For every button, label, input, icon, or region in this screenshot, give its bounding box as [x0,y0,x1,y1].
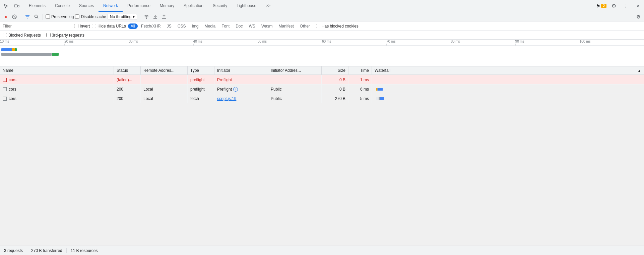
main-content: ● Preserve log [0,12,644,255]
th-remote[interactable]: Remote Addres... [141,66,188,74]
hide-data-urls-label[interactable]: Hide data URLs [92,24,126,29]
th-initiator[interactable]: Initiator [214,66,268,74]
td-waterfall-3 [372,94,644,103]
td-name-2: cors [0,85,114,94]
invert-checkbox[interactable] [74,24,78,28]
table-wrapper[interactable]: Name Status Remote Addres... Type Initia… [0,66,644,246]
ruler-tick-3: 40 ms [193,40,202,46]
svg-line-8 [37,17,38,19]
tab-network[interactable]: Network [99,0,123,12]
th-status[interactable]: Status [114,66,141,74]
th-name[interactable]: Name [0,66,114,74]
td-type-2: preflight [188,85,214,94]
th-size[interactable]: Size [322,66,348,74]
td-initiator-1: Preflight [214,75,268,84]
throttle-select[interactable]: No throttling ▾ [108,14,137,20]
filter-button[interactable] [24,13,31,20]
tab-more[interactable]: >> [261,0,275,12]
resources-size: 11 B resources [71,248,98,253]
tab-sources[interactable]: Sources [74,0,99,12]
timeline-ruler: 10 ms20 ms30 ms40 ms50 ms60 ms70 ms80 ms… [0,40,644,46]
filter-chip-js[interactable]: JS [164,23,174,29]
th-time[interactable]: Time [348,66,372,74]
table-header: Name Status Remote Addres... Type Initia… [0,66,644,75]
table-row[interactable]: cors (failed)... preflight Preflight 0 B… [0,75,644,85]
ruler-tick-0: 10 ms [0,40,9,46]
td-type-3: fetch [188,94,214,103]
table-row[interactable]: cors 200 Local preflight Preflight ↑ Pub… [0,85,644,94]
tab-performance[interactable]: Performance [123,0,155,12]
wifi-icon[interactable] [143,13,150,20]
tab-bar: Elements Console Sources Network Perform… [0,0,644,12]
export-har-button[interactable] [160,13,168,20]
waterfall-sort-arrow: ▲ [638,69,641,72]
svg-rect-0 [14,5,17,7]
disable-cache-checkbox[interactable] [75,14,79,19]
filter-chip-doc[interactable]: Doc [233,23,245,29]
th-waterfall[interactable]: Waterfall ▲ [372,66,644,74]
tab-application[interactable]: Application [179,0,208,12]
settings-button[interactable]: ⚙ [609,1,619,11]
filter-chip-other[interactable]: Other [297,23,313,29]
blocked-requests-checkbox[interactable] [3,33,7,37]
th-initiator-addr[interactable]: Initiator Addres... [268,66,322,74]
table-row[interactable]: cors 200 Local fetch script.js:19 Public… [0,94,644,103]
filter-chip-wasm[interactable]: Wasm [259,23,275,29]
script-link[interactable]: script.js:19 [217,96,236,101]
td-size-1: 0 B [322,75,348,84]
tab-lighthouse[interactable]: Lighthouse [232,0,261,12]
more-options-button[interactable]: ⋮ [621,1,631,11]
blocked-requests-label[interactable]: Blocked Requests [3,33,41,38]
filter-input[interactable] [3,24,70,29]
td-waterfall-2 [372,85,644,94]
search-button[interactable] [33,13,40,20]
third-party-label[interactable]: 3rd-party requests [46,33,84,38]
network-settings-button[interactable]: ⚙ [635,13,642,20]
filter-chip-ws[interactable]: WS [246,23,258,29]
has-blocked-cookies-checkbox[interactable] [316,24,320,28]
filter-chip-css[interactable]: CSS [175,23,189,29]
row-checkbox-2 [3,87,7,91]
disable-cache-label[interactable]: Disable cache [75,14,106,19]
preserve-log-checkbox[interactable] [46,14,50,19]
ruler-tick-5: 60 ms [322,40,331,46]
td-remote-1 [141,75,188,84]
filter-chip-img[interactable]: Img [189,23,201,29]
filter-chip-fetch/xhr[interactable]: Fetch/XHR [138,23,164,29]
clear-button[interactable] [11,13,18,20]
cursor-icon[interactable] [1,1,11,11]
network-table: Name Status Remote Addres... Type Initia… [0,66,644,103]
th-type[interactable]: Type [188,66,214,74]
has-blocked-cookies-label[interactable]: Has blocked cookies [316,24,359,29]
tab-console[interactable]: Console [50,0,74,12]
td-time-3: 5 ms [348,94,372,103]
filter-bar2: Blocked Requests 3rd-party requests [0,31,644,40]
ruler-tick-1: 20 ms [64,40,73,46]
tab-security[interactable]: Security [208,0,232,12]
invert-label[interactable]: Invert [74,24,90,29]
requests-count: 3 requests [4,248,23,253]
close-devtools-button[interactable]: ✕ [633,1,643,11]
tab-elements[interactable]: Elements [24,0,50,12]
filter-chip-manifest[interactable]: Manifest [276,23,296,29]
td-time-1: 1 ms [348,75,372,84]
filter-chip-media[interactable]: Media [202,23,218,29]
td-initiator-addr-1 [268,75,322,84]
filter-chip-font[interactable]: Font [219,23,232,29]
device-toolbar-icon[interactable] [12,1,21,11]
preserve-log-label[interactable]: Preserve log [46,14,74,19]
record-stop-button[interactable]: ● [2,13,9,20]
timeline: 10 ms20 ms30 ms40 ms50 ms60 ms70 ms80 ms… [0,40,644,66]
third-party-checkbox[interactable] [46,33,51,37]
hide-data-urls-checkbox[interactable] [92,24,96,28]
ruler-tick-4: 50 ms [258,40,267,46]
tab-memory[interactable]: Memory [155,0,179,12]
import-har-button[interactable] [151,13,159,20]
issues-badge[interactable]: ⚑ 2 [596,3,606,9]
td-waterfall-1 [372,75,644,84]
td-initiator-3: script.js:19 [214,94,268,103]
svg-rect-1 [18,5,19,7]
preflight-info-icon[interactable]: ↑ [233,87,238,92]
td-time-2: 6 ms [348,85,372,94]
filter-chip-all[interactable]: All [128,23,138,29]
